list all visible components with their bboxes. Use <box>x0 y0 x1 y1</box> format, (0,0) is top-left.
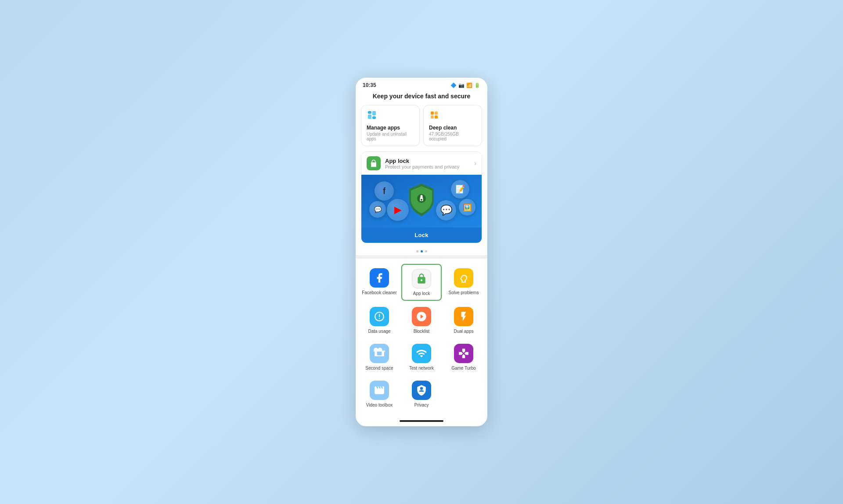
app-lock-label: App lock <box>413 291 430 296</box>
svg-point-9 <box>421 199 422 201</box>
applock-chevron-icon: › <box>474 160 476 167</box>
blocklist-icon <box>412 307 431 326</box>
applock-title: App lock <box>385 158 474 164</box>
svg-rect-4 <box>431 112 434 115</box>
svg-rect-6 <box>435 112 438 115</box>
applock-banner-section: App lock Protect your payments and priva… <box>361 151 482 243</box>
deep-clean-title: Deep clean <box>429 125 476 131</box>
page-title: Keep your device fast and secure <box>356 91 487 105</box>
video-toolbox-label: Video toolbox <box>366 402 393 408</box>
deep-clean-sub: 47.9GB/256GB occupied <box>429 132 476 141</box>
status-time: 10:35 <box>363 82 376 88</box>
privacy-label: Privacy <box>414 402 429 408</box>
svg-rect-7 <box>435 115 438 119</box>
grid-item-privacy[interactable]: Privacy <box>401 376 442 411</box>
bubble-chat: 💬 <box>369 201 386 218</box>
solve-problems-label: Solve problems <box>449 290 479 295</box>
privacy-icon <box>412 381 431 400</box>
bubble-facebook: f <box>375 181 394 201</box>
facebook-cleaner-icon <box>370 268 389 288</box>
second-space-label: Second space <box>365 365 393 371</box>
grid-item-test-network[interactable]: Test network <box>401 339 442 374</box>
manage-apps-card[interactable]: Manage apps Update and uninstall apps <box>361 105 420 146</box>
shield-icon <box>406 183 437 220</box>
battery-icon: 🔋 <box>474 83 480 88</box>
grid-item-video-toolbox[interactable]: Video toolbox <box>359 376 400 411</box>
dual-apps-icon <box>454 307 473 326</box>
test-network-icon <box>412 344 431 363</box>
grid-item-solve-problems[interactable]: Solve problems <box>443 264 484 301</box>
deep-clean-card[interactable]: Deep clean 47.9GB/256GB occupied <box>423 105 482 146</box>
data-usage-icon <box>370 307 389 326</box>
dot-3 <box>425 250 427 252</box>
grid-section: Facebook cleaner App lock Solve pr <box>356 259 487 417</box>
grid-item-game-turbo[interactable]: Game Turbo <box>443 339 484 374</box>
bubble-whatsapp: 💬 <box>436 200 456 220</box>
camera-icon: 📷 <box>458 83 465 88</box>
lock-button[interactable]: Lock <box>361 227 482 243</box>
game-turbo-label: Game Turbo <box>451 365 476 371</box>
dot-1 <box>416 250 418 252</box>
grid-item-app-lock[interactable]: App lock <box>401 264 442 301</box>
applock-header-text: App lock Protect your payments and priva… <box>385 158 474 169</box>
manage-apps-icon <box>367 110 414 123</box>
svg-rect-1 <box>368 115 371 119</box>
phone-frame: 10:35 🔷 📷 📶 🔋 Keep your device fast and … <box>356 78 487 426</box>
applock-header[interactable]: App lock Protect your payments and priva… <box>361 152 482 175</box>
svg-rect-2 <box>372 111 376 115</box>
wifi-icon: 📶 <box>466 83 472 88</box>
status-icons: 🔷 📷 📶 🔋 <box>450 83 480 88</box>
grid-item-dual-apps[interactable]: Dual apps <box>443 302 484 338</box>
grid-item-second-space[interactable]: Second space <box>359 339 400 374</box>
bubble-notes: 📝 <box>451 180 469 198</box>
manage-apps-title: Manage apps <box>367 125 414 131</box>
blocklist-label: Blocklist <box>414 328 430 334</box>
facebook-cleaner-label: Facebook cleaner <box>362 290 397 295</box>
dot-2 <box>421 250 423 252</box>
grid-item-facebook-cleaner[interactable]: Facebook cleaner <box>359 264 400 301</box>
svg-rect-3 <box>372 116 376 119</box>
manage-apps-sub: Update and uninstall apps <box>367 132 414 141</box>
second-space-icon <box>370 344 389 363</box>
dual-apps-label: Dual apps <box>454 328 473 334</box>
bubble-photo: 🖼️ <box>459 199 476 216</box>
applock-banner-image: f 💬 ▶ 📝 🖼️ 💬 <box>361 175 482 227</box>
applock-header-icon <box>367 156 381 170</box>
divider <box>356 255 487 259</box>
game-turbo-icon <box>454 344 473 363</box>
carousel-dots <box>356 248 487 255</box>
deep-clean-icon <box>429 110 476 123</box>
top-cards: Manage apps Update and uninstall apps De… <box>356 105 487 151</box>
status-bar: 10:35 🔷 📷 📶 🔋 <box>356 78 487 91</box>
svg-rect-5 <box>431 115 434 119</box>
feature-grid: Facebook cleaner App lock Solve pr <box>359 264 484 411</box>
video-toolbox-icon <box>370 381 389 400</box>
svg-rect-0 <box>368 111 371 114</box>
solve-problems-icon <box>454 268 473 288</box>
data-usage-label: Data usage <box>368 328 390 334</box>
test-network-label: Test network <box>409 365 434 371</box>
bluetooth-icon: 🔷 <box>450 83 457 88</box>
applock-subtitle: Protect your payments and privacy <box>385 164 474 169</box>
grid-item-data-usage[interactable]: Data usage <box>359 302 400 338</box>
grid-item-blocklist[interactable]: Blocklist <box>401 302 442 338</box>
home-indicator <box>400 420 443 422</box>
app-lock-icon <box>412 269 431 288</box>
